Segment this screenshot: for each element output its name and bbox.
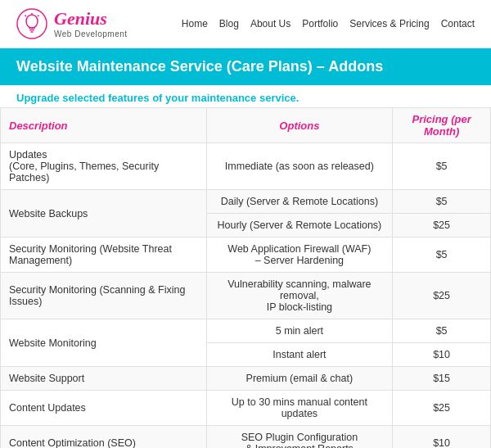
nav-services[interactable]: Services & Pricing [349, 18, 429, 29]
row-description: Security Monitoring (Scanning & Fixing I… [1, 273, 207, 319]
logo-genius-text: Genius [54, 9, 128, 29]
svg-line-6 [25, 16, 27, 17]
nav-about[interactable]: About Us [250, 18, 291, 29]
row-options: Daily (Server & Remote Locations) [206, 190, 393, 214]
svg-line-7 [38, 16, 39, 17]
row-description: Website Backups [1, 190, 207, 238]
logo-icon [16, 8, 47, 39]
row-options: Premium (email & chat) [206, 367, 393, 391]
row-pricing: $10 [393, 343, 491, 367]
nav-home[interactable]: Home [182, 18, 208, 29]
row-options: Web Application Firewall (WAF)– Server H… [206, 238, 393, 273]
page-title: Website Maintenance Service (Care Plans)… [16, 58, 475, 75]
row-description: Security Monitoring (Website ThreatManag… [1, 238, 207, 273]
page-subtitle: Upgrade selected features of your mainte… [0, 85, 491, 107]
addons-table: Description Options Pricing (per Month) … [0, 107, 491, 448]
col-description: Description [1, 108, 207, 143]
nav-contact[interactable]: Contact [441, 18, 475, 29]
table-row: Content UpdatesUp to 30 mins manual cont… [1, 391, 491, 426]
row-pricing: $5 [393, 319, 491, 343]
hero-banner: Website Maintenance Service (Care Plans)… [0, 48, 491, 85]
row-description: Website Support [1, 367, 207, 391]
row-pricing: $5 [393, 238, 491, 273]
row-options: Vulnerability scanning, malware removal,… [206, 273, 393, 319]
row-pricing: $5 [393, 143, 491, 190]
row-description: Updates(Core, Plugins, Themes, Security … [1, 143, 207, 190]
row-options: Up to 30 mins manual content updates [206, 391, 393, 426]
site-header: Genius Web Development Home Blog About U… [0, 0, 491, 48]
svg-point-1 [26, 15, 38, 28]
row-options: Immediate (as soon as released) [206, 143, 393, 190]
nav-blog[interactable]: Blog [219, 18, 239, 29]
row-options: Hourly (Server & Remote Locations) [206, 214, 393, 238]
table-row: Security Monitoring (Website ThreatManag… [1, 238, 491, 273]
row-options: SEO Plugin Configuration& Improvement Re… [206, 426, 393, 449]
row-pricing: $25 [393, 214, 491, 238]
row-options: Instant alert [206, 343, 393, 367]
table-row: Website Monitoring5 min alert$5 [1, 319, 491, 343]
row-pricing: $5 [393, 190, 491, 214]
row-pricing: $15 [393, 367, 491, 391]
row-pricing: $25 [393, 391, 491, 426]
logo-text: Genius Web Development [54, 9, 128, 38]
row-description: Content Updates [1, 391, 207, 426]
main-nav: Home Blog About Us Portfolio Services & … [182, 18, 475, 29]
table-header-row: Description Options Pricing (per Month) [1, 108, 491, 143]
col-options: Options [206, 108, 393, 143]
table-row: Security Monitoring (Scanning & Fixing I… [1, 273, 491, 319]
table-row: Website SupportPremium (email & chat)$15 [1, 367, 491, 391]
nav-portfolio[interactable]: Portfolio [302, 18, 338, 29]
table-row: Content Optimization (SEO)SEO Plugin Con… [1, 426, 491, 449]
row-description: Website Monitoring [1, 319, 207, 367]
table-row: Updates(Core, Plugins, Themes, Security … [1, 143, 491, 190]
logo: Genius Web Development [16, 8, 128, 39]
col-pricing: Pricing (per Month) [393, 108, 491, 143]
row-options: 5 min alert [206, 319, 393, 343]
logo-sub-text: Web Development [54, 29, 128, 38]
row-description: Content Optimization (SEO) [1, 426, 207, 449]
table-row: Website BackupsDaily (Server & Remote Lo… [1, 190, 491, 214]
row-pricing: $25 [393, 273, 491, 319]
row-pricing: $10 [393, 426, 491, 449]
